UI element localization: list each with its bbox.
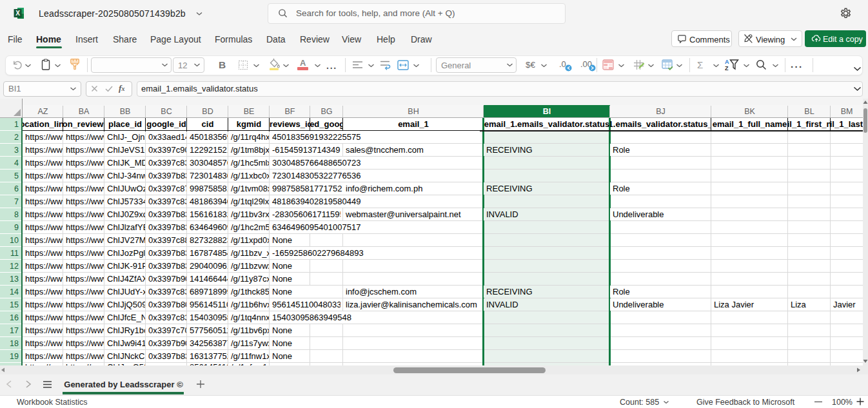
- svg-text:X: X: [15, 10, 20, 17]
- svg-text:Z: Z: [725, 65, 729, 72]
- svg-text:A: A: [725, 59, 729, 65]
